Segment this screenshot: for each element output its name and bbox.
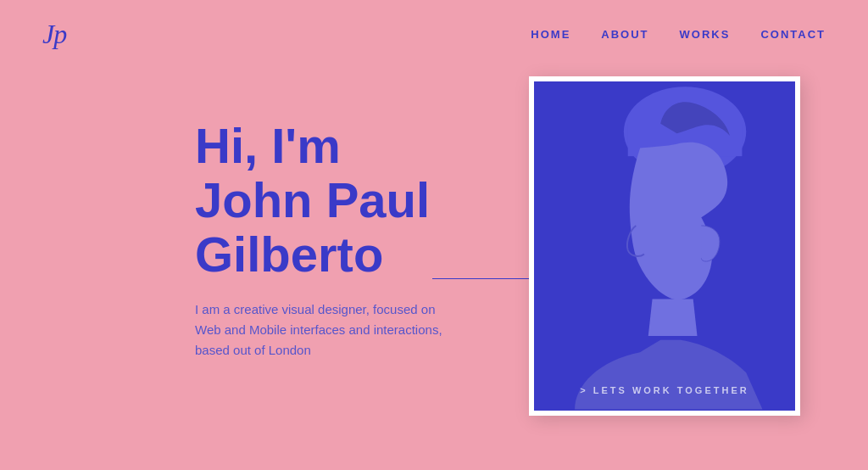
person-silhouette [534,81,795,411]
hero-greeting: Hi, I'm [195,118,341,173]
nav-item-works[interactable]: WORKS [680,28,731,41]
hero-title: Hi, I'm John Paul Gilberto [195,119,442,281]
header: Jp HOME ABOUT WORKS CONTACT [0,0,868,68]
logo[interactable]: Jp [42,19,66,50]
card-cta[interactable]: > LETS WORK TOGETHER [534,385,795,395]
hero-description: I am a creative visual designer, focused… [195,299,442,361]
nav: HOME ABOUT WORKS CONTACT [531,28,826,41]
hero-text-block: Hi, I'm John Paul Gilberto I am a creati… [195,119,442,361]
nav-item-about[interactable]: ABOUT [601,28,648,41]
hero-section: Hi, I'm John Paul Gilberto I am a creati… [0,68,868,470]
connector-line [432,278,534,279]
hero-name-line2: Gilberto [195,227,383,282]
nav-item-home[interactable]: HOME [531,28,570,41]
hero-name-line1: John Paul [195,172,430,227]
nav-item-contact[interactable]: CONTACT [760,28,826,41]
photo-card: > LETS WORK TOGETHER [529,76,800,416]
